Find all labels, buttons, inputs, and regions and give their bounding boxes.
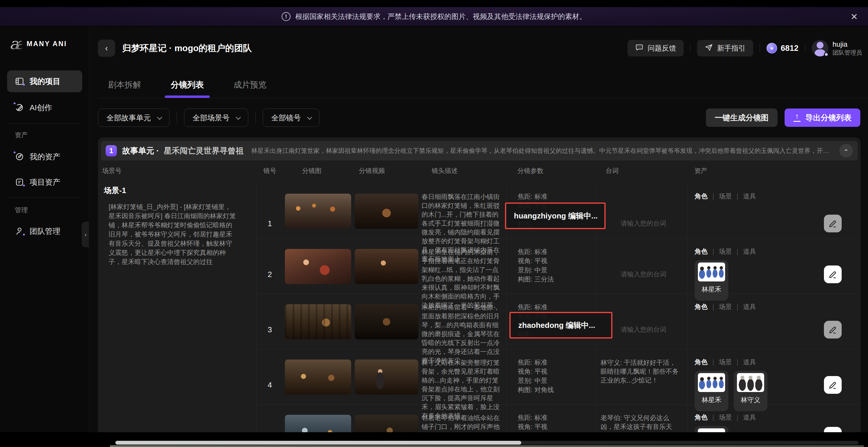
tag-divider xyxy=(712,358,714,366)
asset-tab-character[interactable]: 角色 xyxy=(695,413,708,422)
sidebar-item-my-assets[interactable]: 我的资产 xyxy=(7,147,82,166)
close-icon[interactable] xyxy=(850,11,858,22)
table-row: 4 林守义站在木架旁整理灯笼骨架，余光瞥见星禾盯着暗格的...向走神，手里的灯笼… xyxy=(256,349,861,405)
character-name: 林星禾 xyxy=(695,285,728,294)
param-line: 视角: 平视 xyxy=(518,256,595,266)
asset-tab-character[interactable]: 角色 xyxy=(695,247,708,256)
shot-table-panel: 1 故事单元 · 星禾闯亡灵世界寻曾祖 林星禾出身江南灯笼世家，林家因祖辈林怀瑾… xyxy=(98,137,861,433)
pencil-icon xyxy=(828,219,838,228)
feedback-button[interactable]: 问题反馈 xyxy=(627,40,684,57)
asset-tab-prop[interactable]: 道具 xyxy=(743,303,756,311)
scene-name: 场景-1 xyxy=(104,185,256,196)
editing-indicator: zhaohedong 编辑中... xyxy=(509,312,612,339)
tab-film-preview[interactable]: 成片预览 xyxy=(234,72,267,98)
project-assets-icon xyxy=(15,177,24,187)
projects-icon xyxy=(15,76,24,86)
credits-display[interactable]: 6812 xyxy=(767,43,799,54)
storyboard-image[interactable] xyxy=(285,194,351,229)
filter-scene-no[interactable]: 全部场景号 xyxy=(184,108,248,127)
tab-shot-list[interactable]: 分镜列表 xyxy=(171,72,204,98)
sidebar-item-ai-create[interactable]: AI创作 xyxy=(7,98,82,117)
asset-tab-character[interactable]: 角色 xyxy=(695,192,708,201)
scene-description: [林家灯笼铺_日_内外景] - [林家灯笼铺里，星禾因音乐被呵斥] 春日江南烟雨… xyxy=(108,202,237,266)
character-name: 林守义 xyxy=(734,396,767,405)
asset-tab-prop[interactable]: 道具 xyxy=(743,192,756,201)
tab-script-breakdown[interactable]: 剧本拆解 xyxy=(108,72,141,98)
sidebar-divider xyxy=(7,198,80,198)
sidebar-item-project-assets[interactable]: 项目资产 xyxy=(7,173,82,192)
project-header: 归梦环星记 · mogo的租户的团队 问题反馈 新手指引 6812 xyxy=(98,39,862,57)
edit-row-button[interactable] xyxy=(824,215,842,232)
asset-tab-prop[interactable]: 道具 xyxy=(743,247,756,256)
sidebar-collapse-handle[interactable] xyxy=(82,222,90,247)
asset-tab-scene[interactable]: 场景 xyxy=(719,192,732,201)
tag-divider xyxy=(737,414,738,421)
param-line: 焦距: 标准 xyxy=(518,358,595,367)
coin-icon xyxy=(767,43,777,54)
asset-tab-prop[interactable]: 道具 xyxy=(743,413,756,422)
main-area: 归梦环星记 · mogo的租户的团队 问题反馈 新手指引 6812 xyxy=(89,27,868,447)
header-divider xyxy=(760,44,760,53)
sidebar-item-label: 我的项目 xyxy=(30,76,60,87)
editing-indicator: huangzhiyong 编辑中... xyxy=(505,203,606,229)
storyboard-image[interactable] xyxy=(285,304,351,339)
export-shot-list-button[interactable]: 导出分镜列表 xyxy=(784,108,860,127)
storyboard-video[interactable] xyxy=(355,415,418,433)
generate-label: 一键生成分镜图 xyxy=(715,113,769,123)
page-title: 归梦环星记 · mogo的租户的团队 xyxy=(122,42,252,55)
tag-divider xyxy=(737,303,738,311)
asset-tab-scene[interactable]: 场景 xyxy=(719,358,732,367)
storyboard-video[interactable] xyxy=(355,249,418,284)
sidebar: MANY ANI 我的项目 AI创作 资产 我的资产 项目资产 管理 xyxy=(0,27,89,432)
collapse-unit-button[interactable] xyxy=(839,144,853,158)
asset-tab-scene[interactable]: 场景 xyxy=(719,247,732,256)
background-window-strip xyxy=(110,445,864,447)
story-unit-description: 林星禾出身江南灯笼世家，林家因祖辈林怀瑾的理念分歧立下禁乐规矩，星禾偷偷学琴，从… xyxy=(251,147,834,155)
header-divider xyxy=(690,44,690,53)
filter-shot-no[interactable]: 全部镜号 xyxy=(263,108,319,127)
back-button[interactable] xyxy=(98,40,115,57)
pencil-icon xyxy=(828,380,838,390)
generate-storyboard-button[interactable]: 一键生成分镜图 xyxy=(706,108,777,127)
horizontal-scrollbar-thumb[interactable] xyxy=(115,441,521,445)
storyboard-video[interactable] xyxy=(355,359,418,395)
asset-tab-scene[interactable]: 场景 xyxy=(719,413,732,422)
sidebar-item-label: 项目资产 xyxy=(30,177,60,187)
asset-tab-scene[interactable]: 场景 xyxy=(719,303,732,311)
character-thumbnail xyxy=(737,373,764,392)
sidebar-item-label: 我的资产 xyxy=(30,152,60,162)
bottom-letterbox xyxy=(0,432,868,447)
param-line: 构图: 对角线 xyxy=(518,385,595,394)
asset-tab-character[interactable]: 角色 xyxy=(695,303,708,311)
storyboard-image[interactable] xyxy=(285,249,351,284)
feedback-label: 问题反馈 xyxy=(648,43,676,53)
sidebar-divider xyxy=(7,124,80,124)
chevron-down-icon xyxy=(307,115,312,120)
param-line: 焦距: 标准 xyxy=(518,303,595,312)
edit-row-button[interactable] xyxy=(824,376,842,394)
story-unit-header[interactable]: 1 故事单元 · 星禾闯亡灵世界寻曾祖 林星禾出身江南灯笼世家，林家因祖辈林怀瑾… xyxy=(101,141,858,161)
logo-text: MANY ANI xyxy=(27,40,67,48)
storyboard-video[interactable] xyxy=(355,304,418,339)
dialog-text[interactable]: 老琴伯: 守义兄何必这么凶，星禾这孩子有音乐天分，上次我听...弹月琴，可比我年… xyxy=(595,405,687,433)
user-menu[interactable]: hujia 团队管理员 xyxy=(812,40,862,57)
col-header-video: 分镜视频 xyxy=(354,161,422,183)
filter-story-unit[interactable]: 全部故事单元 xyxy=(98,108,169,127)
edit-row-button[interactable] xyxy=(824,266,842,283)
sidebar-item-team-manage[interactable]: 团队管理 xyxy=(7,222,82,241)
pencil-icon xyxy=(828,325,838,334)
logo-icon xyxy=(9,38,22,50)
paper-plane-icon xyxy=(705,43,713,53)
chevron-down-icon xyxy=(236,115,241,120)
storyboard-image[interactable] xyxy=(285,415,351,433)
storyboard-video[interactable] xyxy=(355,194,418,229)
asset-tab-prop[interactable]: 道具 xyxy=(743,358,756,367)
sidebar-item-my-projects[interactable]: 我的项目 xyxy=(7,70,82,92)
guide-button[interactable]: 新手指引 xyxy=(697,40,753,57)
storyboard-image[interactable] xyxy=(285,359,351,395)
asset-tab-character[interactable]: 角色 xyxy=(695,358,708,367)
param-line: 焦距: 标准 xyxy=(518,247,595,256)
filter-bar: 全部故事单元 全部场景号 全部镜号 一键生成分镜图 导出分镜列表 xyxy=(98,108,860,127)
edit-row-button[interactable] xyxy=(824,321,842,339)
tag-divider xyxy=(737,193,738,200)
